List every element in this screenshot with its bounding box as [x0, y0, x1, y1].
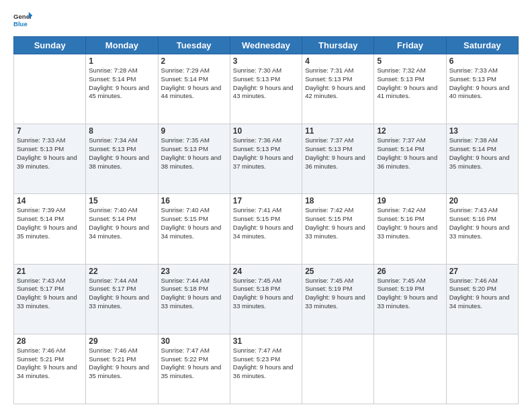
day-info: Sunrise: 7:44 AMSunset: 5:17 PMDaylight:…	[89, 277, 154, 311]
day-info: Sunrise: 7:34 AMSunset: 5:13 PMDaylight:…	[89, 136, 154, 171]
day-info: Sunrise: 7:43 AMSunset: 5:16 PMDaylight:…	[449, 206, 515, 240]
day-number: 19	[377, 196, 443, 205]
day-info: Sunrise: 7:46 AMSunset: 5:21 PMDaylight:…	[89, 347, 154, 381]
calendar-day-cell: 14Sunrise: 7:39 AMSunset: 5:14 PMDayligh…	[14, 194, 86, 264]
day-number: 2	[161, 56, 227, 66]
logo: General Blue	[13, 11, 32, 30]
calendar-day-cell: 29Sunrise: 7:46 AMSunset: 5:21 PMDayligh…	[86, 334, 158, 404]
day-number: 26	[377, 267, 443, 276]
calendar-day-cell: 25Sunrise: 7:45 AMSunset: 5:19 PMDayligh…	[302, 264, 374, 334]
day-info: Sunrise: 7:31 AMSunset: 5:13 PMDaylight:…	[305, 66, 371, 101]
day-info: Sunrise: 7:43 AMSunset: 5:17 PMDaylight:…	[17, 277, 83, 311]
day-number: 23	[161, 267, 227, 276]
calendar-day-cell: 28Sunrise: 7:46 AMSunset: 5:21 PMDayligh…	[14, 334, 86, 404]
day-number: 13	[449, 126, 515, 136]
calendar-table: SundayMondayTuesdayWednesdayThursdayFrid…	[13, 36, 519, 404]
weekday-header: Monday	[86, 37, 158, 54]
weekday-header: Sunday	[14, 37, 86, 54]
calendar-day-cell: 16Sunrise: 7:40 AMSunset: 5:15 PMDayligh…	[158, 194, 230, 264]
calendar-day-cell: 18Sunrise: 7:42 AMSunset: 5:15 PMDayligh…	[302, 194, 374, 264]
day-info: Sunrise: 7:38 AMSunset: 5:14 PMDaylight:…	[449, 136, 515, 171]
day-number: 14	[17, 196, 83, 205]
day-number: 9	[161, 126, 227, 136]
day-number: 1	[89, 56, 154, 66]
day-number: 17	[233, 196, 299, 205]
day-info: Sunrise: 7:30 AMSunset: 5:13 PMDaylight:…	[233, 66, 299, 101]
calendar-day-cell: 11Sunrise: 7:37 AMSunset: 5:13 PMDayligh…	[302, 124, 374, 194]
day-info: Sunrise: 7:33 AMSunset: 5:13 PMDaylight:…	[17, 136, 83, 171]
day-info: Sunrise: 7:28 AMSunset: 5:14 PMDaylight:…	[89, 66, 154, 101]
day-number: 16	[161, 196, 227, 205]
weekday-header: Friday	[374, 37, 446, 54]
day-info: Sunrise: 7:45 AMSunset: 5:19 PMDaylight:…	[377, 277, 443, 311]
calendar-day-cell: 8Sunrise: 7:34 AMSunset: 5:13 PMDaylight…	[86, 124, 158, 194]
day-number: 7	[17, 126, 83, 136]
day-number: 31	[233, 336, 299, 346]
weekday-header-row: SundayMondayTuesdayWednesdayThursdayFrid…	[14, 37, 519, 54]
calendar-week-row: 21Sunrise: 7:43 AMSunset: 5:17 PMDayligh…	[14, 264, 519, 334]
weekday-header: Saturday	[446, 37, 518, 54]
day-number: 4	[305, 56, 371, 66]
day-number: 12	[377, 126, 443, 136]
day-info: Sunrise: 7:35 AMSunset: 5:13 PMDaylight:…	[161, 136, 227, 171]
calendar-week-row: 1Sunrise: 7:28 AMSunset: 5:14 PMDaylight…	[14, 54, 519, 124]
day-info: Sunrise: 7:40 AMSunset: 5:14 PMDaylight:…	[89, 206, 154, 240]
calendar-day-cell: 17Sunrise: 7:41 AMSunset: 5:15 PMDayligh…	[230, 194, 302, 264]
calendar-day-cell: 19Sunrise: 7:42 AMSunset: 5:16 PMDayligh…	[374, 194, 446, 264]
calendar-day-cell: 3Sunrise: 7:30 AMSunset: 5:13 PMDaylight…	[230, 54, 302, 124]
calendar-day-cell: 4Sunrise: 7:31 AMSunset: 5:13 PMDaylight…	[302, 54, 374, 124]
day-number: 15	[89, 196, 154, 205]
calendar-day-cell	[374, 334, 446, 404]
calendar-day-cell: 6Sunrise: 7:33 AMSunset: 5:13 PMDaylight…	[446, 54, 518, 124]
day-info: Sunrise: 7:32 AMSunset: 5:13 PMDaylight:…	[377, 66, 443, 101]
calendar-day-cell: 15Sunrise: 7:40 AMSunset: 5:14 PMDayligh…	[86, 194, 158, 264]
calendar-day-cell: 24Sunrise: 7:45 AMSunset: 5:18 PMDayligh…	[230, 264, 302, 334]
day-number: 28	[17, 336, 83, 346]
calendar-day-cell: 21Sunrise: 7:43 AMSunset: 5:17 PMDayligh…	[14, 264, 86, 334]
day-number: 21	[17, 267, 83, 276]
calendar-day-cell: 12Sunrise: 7:37 AMSunset: 5:14 PMDayligh…	[374, 124, 446, 194]
day-number: 30	[161, 336, 227, 346]
day-number: 5	[377, 56, 443, 66]
day-info: Sunrise: 7:42 AMSunset: 5:15 PMDaylight:…	[305, 206, 371, 240]
calendar-day-cell: 1Sunrise: 7:28 AMSunset: 5:14 PMDaylight…	[86, 54, 158, 124]
calendar-day-cell: 27Sunrise: 7:46 AMSunset: 5:20 PMDayligh…	[446, 264, 518, 334]
day-number: 11	[305, 126, 371, 136]
day-info: Sunrise: 7:45 AMSunset: 5:19 PMDaylight:…	[305, 277, 371, 311]
page: General Blue SundayMondayTuesdayWednesda…	[0, 0, 532, 411]
calendar-day-cell: 20Sunrise: 7:43 AMSunset: 5:16 PMDayligh…	[446, 194, 518, 264]
day-info: Sunrise: 7:29 AMSunset: 5:14 PMDaylight:…	[161, 66, 227, 101]
calendar-day-cell: 30Sunrise: 7:47 AMSunset: 5:22 PMDayligh…	[158, 334, 230, 404]
day-info: Sunrise: 7:42 AMSunset: 5:16 PMDaylight:…	[377, 206, 443, 240]
day-info: Sunrise: 7:41 AMSunset: 5:15 PMDaylight:…	[233, 206, 299, 240]
day-info: Sunrise: 7:46 AMSunset: 5:21 PMDaylight:…	[17, 347, 83, 381]
day-info: Sunrise: 7:33 AMSunset: 5:13 PMDaylight:…	[449, 66, 515, 101]
header: General Blue	[13, 11, 519, 30]
weekday-header: Tuesday	[158, 37, 230, 54]
calendar-day-cell: 26Sunrise: 7:45 AMSunset: 5:19 PMDayligh…	[374, 264, 446, 334]
weekday-header: Wednesday	[230, 37, 302, 54]
calendar-day-cell: 31Sunrise: 7:47 AMSunset: 5:23 PMDayligh…	[230, 334, 302, 404]
day-info: Sunrise: 7:40 AMSunset: 5:15 PMDaylight:…	[161, 206, 227, 240]
calendar-day-cell: 13Sunrise: 7:38 AMSunset: 5:14 PMDayligh…	[446, 124, 518, 194]
calendar-day-cell: 22Sunrise: 7:44 AMSunset: 5:17 PMDayligh…	[86, 264, 158, 334]
calendar-day-cell: 9Sunrise: 7:35 AMSunset: 5:13 PMDaylight…	[158, 124, 230, 194]
calendar-day-cell: 10Sunrise: 7:36 AMSunset: 5:13 PMDayligh…	[230, 124, 302, 194]
calendar-week-row: 14Sunrise: 7:39 AMSunset: 5:14 PMDayligh…	[14, 194, 519, 264]
day-info: Sunrise: 7:37 AMSunset: 5:13 PMDaylight:…	[305, 136, 371, 171]
day-number: 22	[89, 267, 154, 276]
day-number: 10	[233, 126, 299, 136]
calendar-week-row: 28Sunrise: 7:46 AMSunset: 5:21 PMDayligh…	[14, 334, 519, 404]
day-number: 6	[449, 56, 515, 66]
svg-text:Blue: Blue	[13, 20, 28, 28]
day-info: Sunrise: 7:39 AMSunset: 5:14 PMDaylight:…	[17, 206, 83, 240]
day-info: Sunrise: 7:46 AMSunset: 5:20 PMDaylight:…	[449, 277, 515, 311]
calendar-day-cell: 7Sunrise: 7:33 AMSunset: 5:13 PMDaylight…	[14, 124, 86, 194]
day-info: Sunrise: 7:47 AMSunset: 5:23 PMDaylight:…	[233, 347, 299, 381]
day-number: 29	[89, 336, 154, 346]
logo-icon: General Blue	[13, 11, 32, 30]
day-info: Sunrise: 7:36 AMSunset: 5:13 PMDaylight:…	[233, 136, 299, 171]
calendar-week-row: 7Sunrise: 7:33 AMSunset: 5:13 PMDaylight…	[14, 124, 519, 194]
calendar-day-cell	[14, 54, 86, 124]
day-number: 18	[305, 196, 371, 205]
